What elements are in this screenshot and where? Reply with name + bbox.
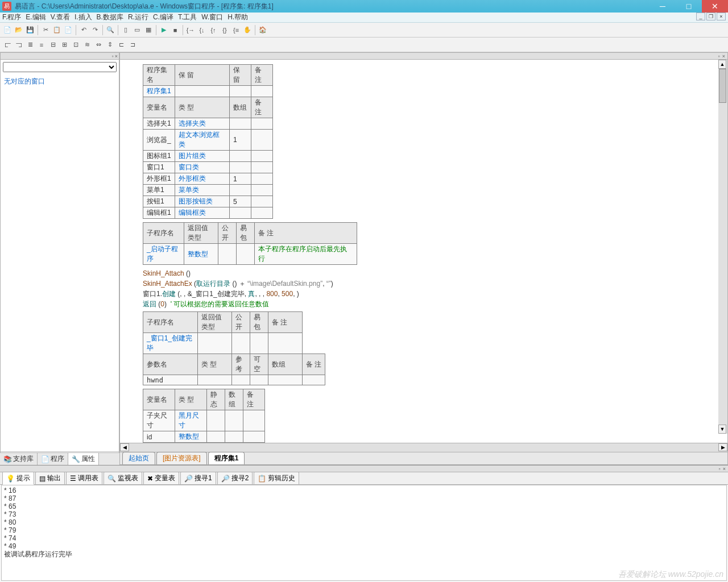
new-icon[interactable]: 📄 [2,25,13,35]
find-icon[interactable]: 🔍 [105,25,115,35]
bp-tab-search1[interactable]: 🔎 搜寻1 [180,472,216,485]
bp-close-icon[interactable]: × [723,466,726,472]
bottom-panel: ▫× 💡 提示 ▤ 输出 ☰ 调用表 🔍 监视表 ✖ 变量表 🔎 搜寻1 🔎 搜… [0,465,728,582]
scroll-thumb[interactable] [719,69,726,103]
side-close-icon[interactable]: × [115,53,118,59]
bp-tab-clip[interactable]: 📋 剪辑历史 [254,472,299,485]
copy-icon[interactable]: 📋 [52,25,62,35]
maximize-button[interactable]: □ [676,0,702,13]
toolbar-1: 📄 📂 💾 ✂ 📋 📄 ↶ ↷ 🔍 ▯ ▭ ▦ ▶ ■ {→ {↓ {↑ {} … [0,23,728,38]
mdi-close[interactable]: × [717,13,726,20]
subprogram-table-1: 子程序名返回值类型公开易包备 注 _启动子程序整数型本子程序在程序启动后最先执行 [143,222,357,265]
bp-tab-watch[interactable]: 🔍 监视表 [104,472,142,485]
hand-icon[interactable]: ✋ [242,25,253,35]
align12-icon[interactable]: ⊐ [127,40,138,50]
menu-view[interactable]: V.查看 [51,13,70,22]
stop-icon[interactable]: ■ [170,25,180,35]
align3-icon[interactable]: ≣ [25,40,35,50]
programset-table: 程序集名保 留保 留备 注 程序集1 变量名类 型数组备 注 选择夹1选择夹类浏… [143,64,273,219]
bp-pin-icon[interactable]: ▫ [719,466,721,472]
step2-icon[interactable]: {↓ [197,25,207,35]
layout3-icon[interactable]: ▦ [143,25,154,35]
align10-icon[interactable]: ⇕ [105,40,115,50]
align6-icon[interactable]: ⊞ [59,40,69,50]
step5-icon[interactable]: {≡ [231,25,241,35]
layout2-icon[interactable]: ▭ [132,25,142,35]
mdi-minimize[interactable]: _ [696,13,705,20]
tab-start[interactable]: 起始页 [122,452,155,464]
code-editor[interactable]: 程序集名保 留保 留备 注 程序集1 变量名类 型数组备 注 选择夹1选择夹类浏… [120,60,727,443]
redo-icon[interactable]: ↷ [90,25,100,35]
tab-programset[interactable]: 程序集1 [208,452,245,464]
app-icon: 易 [2,2,11,11]
menu-db[interactable]: B.数据库 [97,13,123,22]
home-icon[interactable]: 🏠 [258,25,268,35]
menu-window[interactable]: W.窗口 [201,13,223,22]
layout1-icon[interactable]: ▯ [121,25,131,35]
mdi-restore[interactable]: ❐ [706,13,715,20]
minimize-button[interactable]: ─ [650,0,676,13]
open-icon[interactable]: 📂 [14,25,24,35]
vertical-scrollbar[interactable]: ▲ ▼ [718,60,727,434]
align2-icon[interactable]: ⫎ [14,40,24,50]
align11-icon[interactable]: ⊏ [116,40,126,50]
local-var-table: 变量名类 型静态数组备 注 子夹尺寸黑月尺寸id整数型 [143,389,265,443]
horizontal-scrollbar[interactable]: ◀ ▶ [120,443,727,452]
menu-run[interactable]: R.运行 [128,13,148,22]
window-title: 易语言 - C:\Users\Administrator\Desktop\a\a… [15,2,650,11]
editor-close-icon[interactable]: × [722,53,725,59]
menu-bar: F.程序 E.编辑 V.查看 I.插入 B.数据库 R.运行 C.编译 T.工具… [0,13,728,23]
align1-icon[interactable]: ⫍ [2,40,13,50]
sidetab-lib[interactable]: 📚 支持库 [0,453,38,465]
menu-help[interactable]: H.帮助 [228,13,248,22]
output-body[interactable]: * 16* 87* 65* 73* 80* 79* 74* 49被调试易程序运行… [1,485,727,581]
step4-icon[interactable]: {} [220,25,230,35]
bp-tab-output[interactable]: ▤ 输出 [35,472,65,485]
bp-tab-vars[interactable]: ✖ 变量表 [143,472,179,485]
sidetab-props[interactable]: 🔧 属性 [68,453,99,465]
menu-edit[interactable]: E.编辑 [26,13,46,22]
tab-resources[interactable]: [图片资源表] [156,452,207,464]
title-bar: 易 易语言 - C:\Users\Administrator\Desktop\a… [0,0,728,13]
align7-icon[interactable]: ⊡ [71,40,81,50]
bp-tab-callstack[interactable]: ☰ 调用表 [66,472,102,485]
menu-file[interactable]: F.程序 [2,13,21,22]
save-icon[interactable]: 💾 [25,25,35,35]
run-icon[interactable]: ▶ [159,25,169,35]
side-message: 无对应的窗口 [1,74,119,451]
paste-icon[interactable]: 📄 [63,25,73,35]
align5-icon[interactable]: ⊟ [48,40,58,50]
document-tabs: 起始页 [图片资源表] 程序集1 [120,452,727,464]
scroll-up-icon[interactable]: ▲ [718,60,726,69]
sidetab-program[interactable]: 📄 程序 [38,453,68,465]
window-select[interactable] [3,62,117,72]
editor-pin-icon[interactable]: ▫ [718,53,720,59]
close-button[interactable]: ✕ [702,0,728,13]
step1-icon[interactable]: {→ [185,25,196,35]
menu-tools[interactable]: T.工具 [178,13,197,22]
bp-tab-hint[interactable]: 💡 提示 [2,472,34,485]
subprogram-table-2: 子程序名返回值类型公开易包备 注 _窗口1_创建完毕 参数名类 型参考可空数组备… [143,311,325,385]
bottom-tabs: 💡 提示 ▤ 输出 ☰ 调用表 🔍 监视表 ✖ 变量表 🔎 搜寻1 🔎 搜寻2 … [0,472,728,485]
toolbar-2: ⫍ ⫎ ≣ ≡ ⊟ ⊞ ⊡ ≋ ⇔ ⇕ ⊏ ⊐ [0,38,728,52]
menu-insert[interactable]: I.插入 [75,13,92,22]
menu-compile[interactable]: C.编译 [153,13,173,22]
editor-area: ▫× 程序集名保 留保 留备 注 程序集1 变量名类 型数组备 注 选择夹1选择… [119,52,728,465]
scroll-down-icon[interactable]: ▼ [718,425,726,434]
align8-icon[interactable]: ≋ [82,40,92,50]
undo-icon[interactable]: ↶ [78,25,89,35]
side-pin-icon[interactable]: ▫ [112,53,114,59]
align9-icon[interactable]: ⇔ [93,40,104,50]
align4-icon[interactable]: ≡ [36,40,47,50]
cut-icon[interactable]: ✂ [40,25,51,35]
bp-tab-search2[interactable]: 🔎 搜寻2 [217,472,253,485]
side-panel: ▫× 无对应的窗口 --- 无对应事件 --- [0,52,119,465]
scroll-left-icon[interactable]: ◀ [120,443,129,451]
scroll-right-icon[interactable]: ▶ [718,443,727,451]
step3-icon[interactable]: {↑ [208,25,218,35]
